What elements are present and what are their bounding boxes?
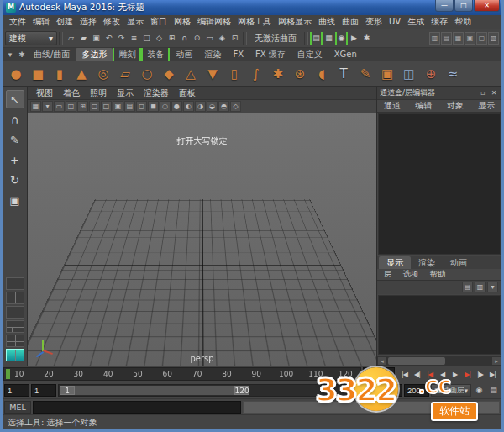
- menu-item[interactable]: 曲线: [315, 15, 339, 29]
- panel-menu-item[interactable]: 着色: [58, 87, 85, 99]
- shelf-tab[interactable]: 雕刻: [113, 48, 141, 61]
- poly-sphere-icon[interactable]: ●: [6, 64, 26, 84]
- selection-mask-field[interactable]: 无激活曲面: [249, 33, 302, 45]
- poly-helix-icon[interactable]: ∫: [246, 64, 266, 84]
- play-forwards-button[interactable]: ▶: [449, 368, 461, 381]
- command-line-input[interactable]: [33, 401, 241, 414]
- sculpt-tool-icon[interactable]: ✎: [355, 64, 375, 84]
- auto-keyframe-button[interactable]: ◉: [473, 384, 486, 397]
- shelf-tabs-menu-icon[interactable]: ▾: [4, 49, 16, 61]
- animation-start-field[interactable]: [4, 384, 29, 397]
- shelf-tab[interactable]: 动画: [170, 48, 198, 61]
- panel-menu-item[interactable]: 视图: [31, 87, 58, 99]
- boolean-union-icon[interactable]: ⊕: [421, 64, 441, 84]
- gate-mask-icon[interactable]: ▣: [113, 101, 123, 112]
- layout-two-pane-stacked-button[interactable]: [6, 306, 24, 319]
- close-button[interactable]: ✕: [474, 0, 500, 12]
- tool-settings-toggle-icon[interactable]: ▤: [441, 32, 452, 45]
- range-start-handle[interactable]: 1: [60, 386, 75, 395]
- layer-editor-tab[interactable]: 显示: [379, 256, 411, 269]
- shaded-mode-icon[interactable]: ●: [171, 101, 182, 112]
- scrollbar-thumb[interactable]: [388, 357, 445, 365]
- new-scene-icon[interactable]: ▱: [65, 32, 77, 45]
- create-empty-layer-icon[interactable]: ▤: [462, 282, 473, 292]
- xray-icon[interactable]: ◓: [218, 101, 229, 112]
- snap-to-grid-icon[interactable]: ⊞: [165, 32, 178, 45]
- command-language-toggle[interactable]: MEL: [4, 401, 31, 414]
- menu-item[interactable]: 文件: [6, 15, 29, 29]
- separate-icon[interactable]: ◫: [399, 64, 419, 84]
- poly-prism-icon[interactable]: ▼: [202, 64, 223, 84]
- channel-box-menu-item[interactable]: 对象: [447, 100, 464, 112]
- character-controls-toggle-icon[interactable]: ▢: [476, 32, 487, 45]
- open-scene-icon[interactable]: ▰: [77, 32, 90, 45]
- menu-item[interactable]: 选择: [76, 15, 100, 29]
- paint-select-tool-icon[interactable]: ✎: [6, 130, 24, 149]
- poly-soccer-ball-icon[interactable]: ⊛: [290, 64, 310, 84]
- layout-outliner-persp-button[interactable]: [6, 349, 24, 361]
- poly-cube-icon[interactable]: ■: [28, 64, 48, 84]
- channel-box-toggle-icon[interactable]: ▦: [453, 32, 464, 45]
- shadows-icon[interactable]: ◒: [207, 101, 218, 112]
- step-forward-key-button[interactable]: ▶|: [461, 368, 474, 381]
- wireframe-mode-icon[interactable]: ○: [160, 101, 171, 112]
- panel-menu-item[interactable]: 渲染器: [139, 87, 174, 99]
- menu-item[interactable]: 网格工具: [234, 15, 275, 29]
- menu-item[interactable]: 显示: [123, 15, 147, 29]
- snap-to-curve-icon[interactable]: ∩: [178, 32, 191, 45]
- scroll-right-icon[interactable]: ▸: [491, 356, 501, 366]
- resolution-gate-icon[interactable]: □: [101, 101, 112, 112]
- layout-two-pane-side-by-side-button[interactable]: [6, 292, 24, 304]
- poly-plane-icon[interactable]: ▱: [115, 64, 135, 84]
- menu-item[interactable]: 变形: [362, 15, 386, 29]
- menu-item[interactable]: 创建: [53, 15, 76, 29]
- menu-item[interactable]: 帮助: [451, 15, 475, 29]
- step-back-frame-button[interactable]: ◀|: [411, 368, 423, 381]
- poly-gear-icon[interactable]: ✱: [268, 64, 288, 84]
- layer-editor-menu-item[interactable]: 帮助: [430, 269, 446, 280]
- maximize-button[interactable]: □: [454, 0, 473, 12]
- poly-cone-icon[interactable]: ▲: [71, 64, 92, 84]
- shelf-options-icon[interactable]: ✱: [16, 49, 28, 61]
- poly-torus-icon[interactable]: ◎: [93, 64, 113, 84]
- go-to-end-button[interactable]: ▶|: [486, 368, 499, 381]
- render-settings-icon[interactable]: ✱: [360, 32, 373, 45]
- panel-menu-item[interactable]: 面板: [174, 87, 201, 99]
- safe-action-icon[interactable]: ◻: [136, 101, 147, 112]
- poly-disc-icon[interactable]: ○: [137, 64, 157, 84]
- animation-end-field[interactable]: [404, 384, 429, 397]
- range-end-handle[interactable]: 120: [234, 386, 249, 395]
- poly-pipe-icon[interactable]: ▯: [224, 64, 244, 84]
- menu-item[interactable]: 窗口: [147, 15, 171, 29]
- menu-item[interactable]: 网格: [171, 15, 194, 29]
- go-to-start-button[interactable]: |◀: [398, 368, 411, 381]
- combine-icon[interactable]: ▣: [377, 64, 397, 84]
- panel-menu-item[interactable]: 照明: [85, 87, 112, 99]
- shelf-tab[interactable]: 自定义: [291, 48, 328, 61]
- ipr-render-icon[interactable]: ▶: [348, 32, 360, 45]
- range-slider[interactable]: 1 120: [58, 384, 375, 397]
- scroll-left-icon[interactable]: ◂: [377, 356, 387, 366]
- poly-pyramid-icon[interactable]: △: [181, 64, 201, 84]
- grid-toggle-icon[interactable]: ⊞: [77, 101, 88, 112]
- menu-set-dropdown[interactable]: 建模 ▾: [5, 31, 57, 45]
- channel-box-menu-item[interactable]: 编辑: [415, 100, 432, 112]
- layout-four-pane-button[interactable]: [6, 335, 24, 347]
- layout-three-pane-split-button[interactable]: [6, 320, 24, 333]
- character-set-dropdown[interactable]: 无动画层 ▾: [431, 384, 471, 397]
- textured-mode-icon[interactable]: ◐: [183, 101, 194, 112]
- layer-editor-tab[interactable]: 渲染: [411, 256, 443, 269]
- two-panes-icon[interactable]: ◫: [66, 101, 76, 112]
- scale-tool-icon[interactable]: ▣: [6, 191, 24, 209]
- shelf-tab[interactable]: 多边形: [76, 48, 113, 61]
- snap-to-plane-icon[interactable]: ▭: [203, 32, 216, 45]
- minimize-button[interactable]: —: [435, 0, 454, 12]
- menu-item[interactable]: 缓存: [428, 15, 451, 29]
- field-chart-icon[interactable]: ▤: [124, 101, 135, 112]
- menu-item[interactable]: 生成: [404, 15, 428, 29]
- shelf-tab[interactable]: FX: [227, 48, 249, 61]
- select-object-mode-icon[interactable]: □: [140, 32, 153, 45]
- smooth-mesh-icon[interactable]: ≈: [443, 64, 463, 84]
- menu-item[interactable]: 曲面: [339, 15, 362, 29]
- make-object-live-icon[interactable]: ◈: [216, 32, 228, 45]
